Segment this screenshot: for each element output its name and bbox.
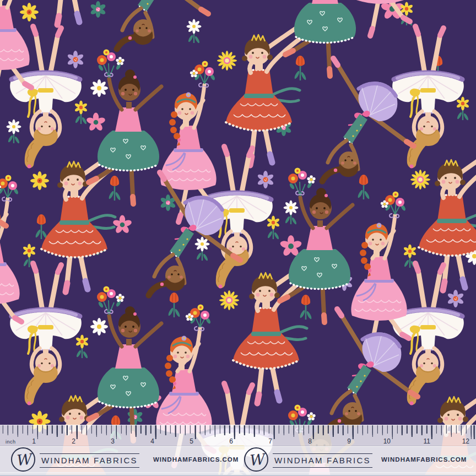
ruler-number: 3 [96, 437, 115, 445]
ruler-number: 2 [57, 437, 75, 445]
ruler-number: 12 [451, 437, 469, 445]
logo-letter: W [15, 451, 31, 468]
ruler-number: 9 [332, 437, 351, 445]
daisy-white-motif [90, 79, 108, 97]
fabric-swatch-image: inch 1 2 3 4 5 6 7 8 9 10 11 12 W WINDHA… [0, 0, 476, 476]
logo-letter: W [248, 451, 264, 468]
fabric-pattern [0, 0, 476, 476]
ruler-unit-label: inch [6, 439, 16, 445]
brand-wordmark: WINDHAM FABRICS [273, 453, 372, 468]
ruler-number: 6 [214, 437, 233, 445]
ruler-number: 4 [136, 437, 154, 445]
branding-strip: W WINDHAM FABRICS WINDHAMFABRICS.COM W W… [0, 446, 476, 473]
windham-logo: W [11, 447, 35, 472]
ruler-number: 11 [412, 437, 430, 445]
windham-logo: W [244, 447, 268, 472]
ruler-number: 10 [372, 437, 391, 445]
brand-wordmark: WINDHAM FABRICS [40, 453, 139, 468]
swatch-bottom-edge [0, 472, 476, 476]
ruler-number: 1 [17, 437, 36, 445]
daisy-white-motif [90, 318, 108, 336]
ruler-number: 8 [293, 437, 312, 445]
brand-website: WINDHAMFABRICS.COM [153, 456, 239, 463]
daisy-yellow-motif [20, 3, 39, 21]
ruler-number: 7 [253, 437, 272, 445]
daisy-yellow-motif [30, 171, 49, 190]
brand-website: WINDHAMFABRICS.COM [381, 456, 467, 463]
ruler: inch 1 2 3 4 5 6 7 8 9 10 11 12 [0, 425, 476, 447]
ruler-number: 5 [175, 437, 193, 445]
brand-name-text: WINDHAM FABRICS [273, 453, 372, 468]
brand-name-text: WINDHAM FABRICS [40, 453, 139, 468]
